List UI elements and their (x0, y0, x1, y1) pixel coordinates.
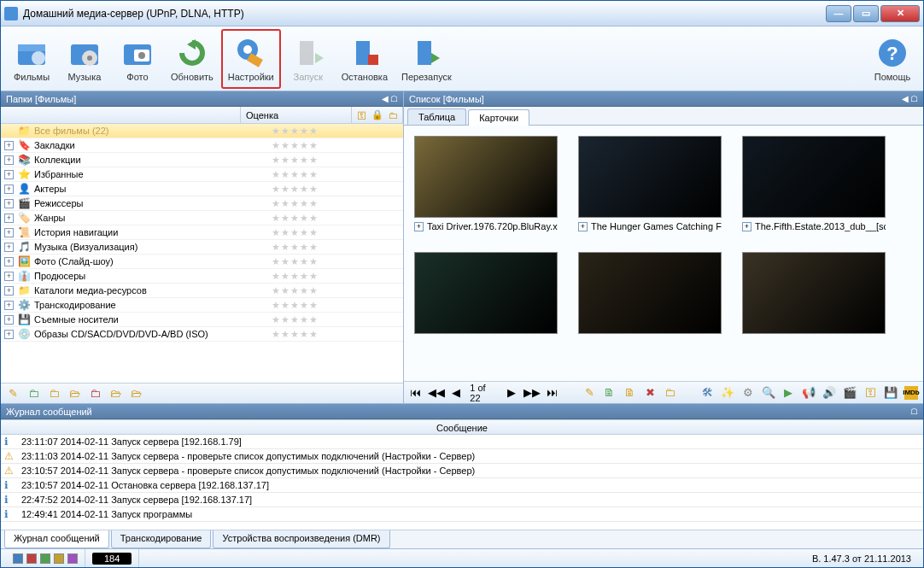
expand-icon[interactable]: + (4, 243, 14, 252)
media-card[interactable] (742, 252, 886, 334)
expand-icon[interactable]: + (4, 301, 14, 310)
expand-icon[interactable]: + (4, 155, 14, 165)
expand-icon[interactable]: + (4, 214, 14, 223)
media-card[interactable] (414, 252, 558, 334)
tree-row[interactable]: +🔖Закладки★★★★★ (1, 138, 403, 153)
refresh-button[interactable]: Обновить (165, 29, 219, 89)
pin-icon[interactable]: ☖ (390, 94, 398, 103)
rating-stars[interactable]: ★★★★★ (284, 155, 352, 165)
close-button[interactable]: ✕ (880, 5, 920, 22)
delete-item-icon[interactable]: ✖ (643, 386, 657, 400)
expand-icon[interactable]: + (4, 330, 14, 339)
rating-stars[interactable]: ★★★★★ (284, 169, 352, 179)
restart-button[interactable]: Перезапуск (395, 29, 458, 89)
add-folder-icon[interactable]: 🗀 (26, 387, 40, 401)
help-button[interactable]: ? Помощь (867, 29, 918, 89)
delete-folder-icon[interactable]: 🗀 (88, 387, 102, 401)
rating-stars[interactable]: ★★★★★ (284, 256, 352, 266)
gear-small-icon[interactable]: ⚙ (741, 386, 755, 400)
log-row[interactable]: ⚠23:10:57 2014-02-11 Запуск сервера - пр… (1, 464, 923, 478)
folder-tree[interactable]: 📁Все фильмы (22)★★★★★+🔖Закладки★★★★★+📚Ко… (1, 124, 403, 383)
settings-button[interactable]: Настройки (221, 29, 281, 89)
rating-stars[interactable]: ★★★★★ (284, 285, 352, 296)
color-swatch[interactable] (26, 553, 37, 564)
rating-stars[interactable]: ★★★★★ (284, 213, 352, 223)
folder-icon[interactable]: 🗀 (47, 387, 61, 401)
tree-row[interactable]: +📜История навигации★★★★★ (1, 225, 403, 240)
rating-stars[interactable]: ★★★★★ (284, 140, 352, 150)
pin-icon[interactable]: ☖ (910, 94, 918, 103)
expand-icon[interactable]: + (578, 222, 588, 231)
rating-stars[interactable]: ★★★★★ (284, 184, 352, 194)
collapse-right-icon[interactable]: ◀ (902, 94, 909, 103)
color-swatch[interactable] (13, 553, 23, 564)
search-icon[interactable]: 🔍 (762, 386, 775, 400)
rating-stars[interactable]: ★★★★★ (284, 329, 352, 339)
tab-transcoding[interactable]: Транскодирование (111, 530, 212, 548)
tab-cards[interactable]: Карточки (468, 109, 529, 126)
tree-row[interactable]: +👤Актеры★★★★★ (1, 182, 403, 196)
tab-log-messages[interactable]: Журнал сообщений (4, 530, 109, 548)
prev-icon[interactable]: ◀ (450, 386, 464, 400)
tree-row[interactable]: 📁Все фильмы (22)★★★★★ (1, 124, 403, 138)
broadcast-icon[interactable]: 📢 (802, 386, 816, 400)
log-row[interactable]: ℹ23:11:07 2014-02-11 Запуск сервера [192… (1, 435, 923, 449)
tree-row[interactable]: +🏷️Жанры★★★★★ (1, 211, 403, 225)
log-row[interactable]: ℹ22:47:52 2014-02-11 Запуск сервера [192… (1, 493, 923, 507)
expand-icon[interactable]: + (4, 184, 14, 194)
rating-stars[interactable]: ★★★★★ (284, 227, 352, 237)
tab-dmr[interactable]: Устройства воспроизведения (DMR) (213, 530, 389, 548)
first-page-icon[interactable]: ⏮ (409, 386, 423, 400)
rating-column[interactable]: Оценка (241, 107, 352, 123)
tree-row[interactable]: +⭐Избранные★★★★★ (1, 167, 403, 182)
expand-icon[interactable]: + (4, 257, 14, 266)
media-card[interactable] (578, 252, 722, 334)
rating-stars[interactable]: ★★★★★ (284, 242, 352, 252)
imdb-icon[interactable]: IMDb (904, 386, 918, 400)
photo-button[interactable]: Фото (112, 29, 163, 89)
wand-icon[interactable]: ✨ (721, 386, 734, 400)
tree-row[interactable]: +📚Коллекции★★★★★ (1, 153, 403, 167)
color-swatch[interactable] (67, 553, 78, 564)
film-icon[interactable]: 🎬 (843, 386, 857, 400)
tree-row[interactable]: +💿Образы CD/SACD/DVD/DVD-A/BD (ISO)★★★★★ (1, 327, 403, 342)
stop-button[interactable]: Остановка (336, 29, 394, 89)
rating-stars[interactable]: ★★★★★ (284, 271, 352, 281)
expand-icon[interactable]: + (4, 315, 14, 325)
expand-icon[interactable]: + (4, 286, 14, 296)
edit-icon[interactable]: ✎ (6, 387, 20, 401)
maximize-button[interactable]: ▭ (853, 5, 879, 22)
tree-row[interactable]: +💾Съемные носители★★★★★ (1, 313, 403, 327)
next-page-icon[interactable]: ▶▶ (525, 386, 539, 400)
color-swatch[interactable] (40, 553, 50, 564)
sound-icon[interactable]: 🔊 (822, 386, 836, 400)
play-icon[interactable]: ▶ (782, 386, 796, 400)
expand-icon[interactable]: + (4, 228, 14, 237)
open-folder-icon[interactable]: 🗁 (67, 387, 81, 401)
cards-grid[interactable]: +Taxi Driver.1976.720p.BluRay.x2…+The Hu… (404, 126, 923, 381)
save-icon[interactable]: 💾 (884, 386, 898, 400)
item-icon[interactable]: 🗎 (623, 386, 637, 400)
tree-row[interactable]: +🎵Музыка (Визуализация)★★★★★ (1, 240, 403, 255)
tree-row[interactable]: +⚙️Транскодирование★★★★★ (1, 298, 403, 313)
expand-icon[interactable]: + (414, 222, 424, 231)
log-row[interactable]: ℹ23:10:57 2014-02-11 Остановка сервера [… (1, 478, 923, 493)
log-row[interactable]: ℹ12:49:41 2014-02-11 Запуск программы (1, 507, 923, 522)
folder-toolbar-icon[interactable]: 🗀 (664, 386, 677, 400)
next-icon[interactable]: ▶ (505, 386, 518, 400)
tools-icon[interactable]: 🛠 (700, 386, 714, 400)
expand-icon[interactable]: + (4, 141, 14, 150)
media-card[interactable]: +The Hunger Games Catching Fire.… (578, 136, 722, 231)
media-card[interactable]: +Taxi Driver.1976.720p.BluRay.x2… (414, 136, 558, 231)
expand-icon[interactable]: + (4, 199, 14, 208)
music-button[interactable]: Музыка (59, 29, 110, 89)
rating-stars[interactable]: ★★★★★ (284, 126, 352, 136)
start-button[interactable]: Запуск (283, 29, 334, 89)
prev-page-icon[interactable]: ◀◀ (430, 386, 443, 400)
expand-icon[interactable]: + (4, 272, 14, 281)
minimize-button[interactable]: — (826, 5, 851, 22)
log-list[interactable]: ℹ23:11:07 2014-02-11 Запуск сервера [192… (1, 435, 923, 530)
tree-row[interactable]: +🖼️Фото (Слайд-шоу)★★★★★ (1, 255, 403, 269)
color-swatch[interactable] (54, 553, 64, 564)
tree-row[interactable]: +🎬Режиссеры★★★★★ (1, 196, 403, 211)
